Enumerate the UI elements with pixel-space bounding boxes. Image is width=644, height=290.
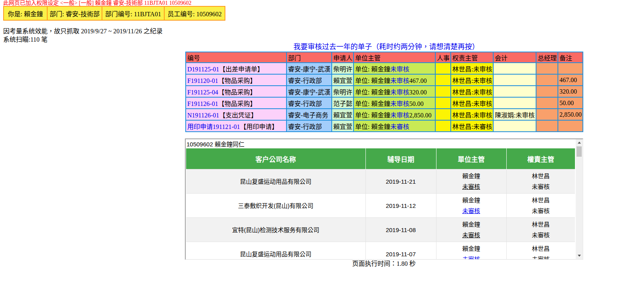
doc-code-link[interactable]: 用印申请191121-01: [187, 123, 240, 130]
system-notice-line1: 因考量系统效能，故只抓取 2019/9/27 ~ 2019/11/26 之纪录: [3, 27, 163, 35]
user-info-row: 你是: 賴金鐘部门: 睿安-技術部部门编号: 11BJTA01员工编号: 105…: [4, 6, 225, 20]
remark-cell: 467.00: [558, 74, 583, 86]
customer-table: 客户公司名称辅导日期單位主管權責主管昆山复盛运动用品有限公司2019-11-21…: [186, 148, 575, 260]
accounting-cell: [493, 86, 536, 97]
permission-notice: 此网页已加入权限设定 <一般> [一般] 賴金鐘 睿安-技術部 11BJTA01…: [3, 0, 192, 6]
authority-manager-cell: 林世昌:未审核: [451, 109, 493, 120]
customer-authority-manager-cell: 林世昌未審核: [506, 242, 575, 260]
doc-code-link[interactable]: D191125-01: [187, 66, 219, 73]
customer-row: 宜特(昆山)检测技术服务有限公司2019-11-08賴金鐘未審核林世昌未審核: [186, 218, 575, 242]
customer-authority-manager-cell: 林世昌未審核: [506, 194, 575, 218]
doc-code-cell: F191126-01【物品采购】: [186, 97, 286, 109]
scrollbar-up-button[interactable]: [576, 139, 582, 146]
customer-header-row: 客户公司名称辅导日期單位主管權責主管: [186, 148, 575, 169]
approval-header-cell: 总经理: [536, 52, 558, 63]
unit-review-status-link[interactable]: 未審核: [462, 232, 480, 238]
dept-cell: 睿安-行政部: [286, 120, 332, 132]
hr-cell: [435, 120, 451, 132]
authority-manager-name: 林世昌: [507, 171, 575, 181]
applicant-cell: 柴明许: [332, 86, 354, 97]
authority-manager-cell: 林世昌:未審核: [451, 120, 493, 132]
applicant-cell: 賴宜萱: [332, 74, 354, 86]
approval-header-row: 编号部门申请人单位主管人事权责主管会计总经理备注: [186, 52, 583, 63]
general-manager-cell: [536, 74, 558, 86]
customer-header-cell: 單位主管: [436, 148, 506, 169]
authority-manager-cell: 林世昌:未审核: [451, 97, 493, 109]
remark-cell: [558, 63, 583, 74]
doc-code-cell: N191126-01【支出凭证】: [186, 109, 286, 120]
content-column: 我要审核过去一年的单子（耗时约两分钟，请想清楚再按） 编号部门申请人单位主管人事…: [185, 43, 582, 132]
remark-cell: 320.00: [558, 86, 583, 97]
user-info-cell-1: 部门: 睿安-技術部: [47, 6, 102, 20]
system-notice: 因考量系统效能，故只抓取 2019/9/27 ~ 2019/11/26 之纪录 …: [3, 27, 163, 44]
doc-code-cell: F191120-01【物品采购】: [186, 74, 286, 86]
authority-manager-cell: 林世昌:未审核: [451, 63, 493, 74]
unit-review-status-line: 未審核: [437, 230, 506, 240]
doc-code-link[interactable]: F191120-01: [187, 77, 218, 84]
approval-row: D191125-01【出差申请单】睿安-康宁-武漢柴明许单位: 賴金鐘未审核林世…: [186, 63, 583, 74]
review-past-year-link[interactable]: 我要审核过去一年的单子（耗时约两分钟，请想清楚再按）: [188, 43, 585, 51]
approval-header-cell: 编号: [186, 52, 286, 63]
unit-status-link[interactable]: 未审核: [390, 66, 409, 73]
customer-row: 昆山复盛运动用品有限公司2019-11-21賴金鐘未審核林世昌未審核: [186, 169, 575, 194]
approval-row: F191125-04【物品采购】睿安-康宁-武漢柴明许单位: 賴金鐘未审核320…: [186, 86, 583, 97]
system-notice-line2: 系统扫瞄:110 笔: [3, 35, 163, 44]
authority-manager-name: 林世昌: [507, 219, 575, 230]
customer-date-cell: 2019-11-12: [365, 194, 436, 218]
customer-scroll-panel: 10509602 賴金鐘同仁 客户公司名称辅导日期單位主管權責主管昆山复盛运动用…: [185, 138, 583, 260]
dept-cell: 睿安-电子商务: [286, 109, 332, 120]
approval-header-cell: 会计: [493, 52, 536, 63]
approval-header-cell: 权责主管: [451, 52, 493, 63]
unit-status-link[interactable]: 未审核: [390, 89, 409, 96]
unit-review-status-line: 未審核: [437, 254, 506, 260]
dept-cell: 睿安-康宁-武漢: [286, 63, 332, 74]
unit-manager-name: 賴金鐘: [437, 171, 506, 181]
page-exec-time: 页面执行时间：1.80 秒: [185, 259, 582, 268]
doc-code-cell: D191125-01【出差申请单】: [186, 63, 286, 74]
approval-row: F191126-01【物品采购】睿安-行政部范子懿单位: 賴金鐘未审核50.00…: [186, 97, 583, 109]
unit-manager-cell: 单位: 賴金鐘未审核50.00: [354, 97, 435, 109]
scrollbar-down-button[interactable]: [576, 252, 582, 259]
unit-manager-name: 賴金鐘: [437, 243, 506, 254]
customer-unit-manager-cell: 賴金鐘未審核: [436, 218, 506, 242]
unit-status-link[interactable]: 未审核: [390, 100, 409, 107]
customer-header-cell: 辅导日期: [365, 148, 436, 169]
doc-code-cell: F191125-04【物品采购】: [186, 86, 286, 97]
unit-manager-name: 賴金鐘: [437, 195, 506, 205]
customer-unit-manager-cell: 賴金鐘未審核: [436, 242, 506, 260]
customer-company-cell: 三泰敷织开发(昆山)有限公司: [186, 194, 365, 218]
customer-row: 昆山复盛运动用品有限公司2019-11-07賴金鐘未審核林世昌未審核: [186, 242, 575, 260]
doc-code-link[interactable]: F191125-04: [187, 89, 218, 96]
approval-row: N191126-01【支出凭证】睿安-电子商务賴宜萱单位: 賴金鐘未审核2,85…: [186, 109, 583, 120]
scrollbar[interactable]: [576, 139, 582, 259]
doc-code-link[interactable]: N191126-01: [187, 112, 219, 119]
approval-header-cell: 部门: [286, 52, 332, 63]
authority-review-status: 未審核: [507, 205, 575, 216]
unit-manager-cell: 单位: 賴金鐘未审核320.00: [354, 86, 435, 97]
applicant-cell: 賴宜萱: [332, 120, 354, 132]
authority-manager-cell: 林世昌:未审核: [451, 74, 493, 86]
unit-manager-name: 賴金鐘: [437, 219, 506, 230]
unit-status-link[interactable]: 未審核: [390, 123, 409, 130]
general-manager-cell: [536, 97, 558, 109]
remark-cell: 50.00: [558, 97, 583, 109]
unit-review-status-link[interactable]: 未審核: [462, 207, 480, 214]
scrollbar-thumb[interactable]: [577, 146, 582, 157]
approval-header-cell: 申请人: [332, 52, 354, 63]
unit-status-link[interactable]: 未审核: [390, 112, 409, 119]
unit-review-status-link[interactable]: 未審核: [462, 183, 480, 190]
unit-manager-cell: 单位: 賴金鐘未審核: [354, 120, 435, 132]
accounting-cell: [493, 63, 536, 74]
doc-code-link[interactable]: F191126-01: [187, 100, 218, 107]
hr-cell: [435, 63, 451, 74]
scroll-up-icon: [578, 142, 581, 144]
unit-status-link[interactable]: 未审核: [390, 77, 409, 84]
general-manager-cell: [536, 120, 558, 132]
customer-company-cell: 昆山复盛运动用品有限公司: [186, 242, 365, 260]
customer-date-cell: 2019-11-08: [365, 218, 436, 242]
customer-date-cell: 2019-11-07: [365, 242, 436, 260]
applicant-cell: 范子懿: [332, 97, 354, 109]
customer-company-cell: 宜特(昆山)检测技术服务有限公司: [186, 218, 365, 242]
unit-manager-cell: 单位: 賴金鐘未审核2,850.00: [354, 109, 435, 120]
unit-manager-cell: 单位: 賴金鐘未审核467.00: [354, 74, 435, 86]
